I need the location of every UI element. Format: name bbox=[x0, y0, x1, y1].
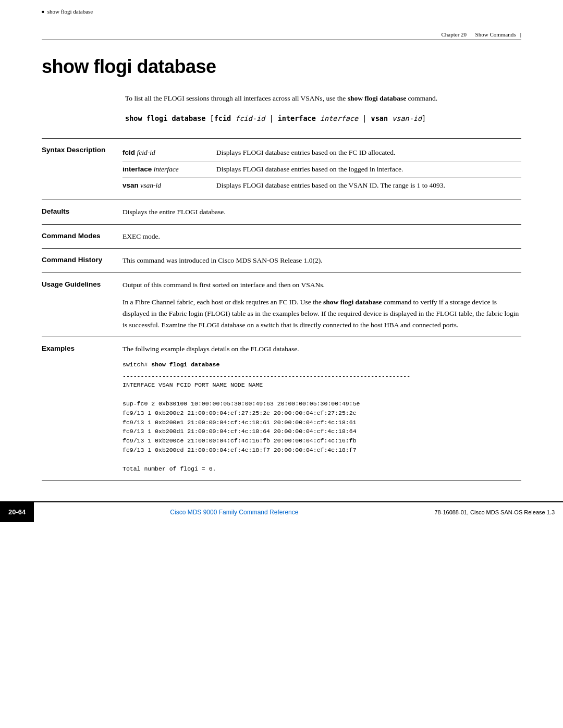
code-row-6: fc9/13 1 0xb200cd 21:00:00:04:cf:4c:18:f… bbox=[123, 446, 521, 455]
code-row-5: fc9/13 1 0xb200ce 21:00:00:04:cf:4c:16:f… bbox=[123, 436, 521, 446]
usage-guidelines-content: Output of this command is first sorted o… bbox=[123, 279, 521, 330]
command-history-section: Command History This command was introdu… bbox=[42, 248, 521, 273]
syntax-term-fcid: fcid fcid-id bbox=[123, 145, 206, 161]
usage-para2-pre: In a Fibre Channel fabric, each host or … bbox=[123, 298, 323, 306]
examples-content: The follwing example displays details on… bbox=[123, 343, 521, 473]
page: show flogi database Chapter 20 Show Comm… bbox=[0, 0, 563, 522]
syntax-desc-interface: Displays FLOGI database entries based on… bbox=[206, 161, 521, 177]
syntax-term-vsan-bold: vsan bbox=[123, 181, 139, 189]
syntax-term-fcid-italic: fcid-id bbox=[137, 149, 155, 156]
usage-guidelines-section: Usage Guidelines Output of this command … bbox=[42, 273, 521, 337]
syntax-description-content: fcid fcid-id Displays FLOGI database ent… bbox=[123, 145, 521, 193]
header-section-label: show flogi database bbox=[42, 8, 93, 15]
syntax-line: show flogi database [fcid fcid-id | inte… bbox=[125, 114, 521, 122]
code-command: switch# show flogi database bbox=[123, 360, 521, 369]
header-section-title: Show Commands bbox=[475, 31, 516, 38]
page-number: 20-64 bbox=[0, 502, 34, 522]
syntax-term-interface: interface interface bbox=[123, 161, 206, 177]
code-row-2: fc9/13 1 0xb200e2 21:00:00:04:cf:27:25:2… bbox=[123, 409, 521, 418]
code-blank-2 bbox=[123, 455, 521, 464]
syntax-description-label: Syntax Description bbox=[42, 145, 123, 193]
header-chapter-text: Chapter 20 bbox=[442, 31, 467, 38]
intro-text-pre: To list all the FLOGI sessions through a… bbox=[125, 94, 348, 102]
page-title: show flogi database bbox=[42, 56, 521, 78]
examples-label: Examples bbox=[42, 343, 123, 473]
syntax-table: fcid fcid-id Displays FLOGI database ent… bbox=[123, 145, 521, 193]
syntax-desc-vsan: Displays FLOGI database entries based on… bbox=[206, 177, 521, 193]
code-table-header: INTERFACE VSAN FCID PORT NAME NODE NAME bbox=[123, 380, 521, 390]
command-modes-label: Command Modes bbox=[42, 231, 123, 242]
syntax-fcid-bold: fcid bbox=[214, 114, 231, 122]
syntax-row-vsan: vsan vsan-id Displays FLOGI database ent… bbox=[123, 177, 521, 193]
footer-link: Cisco MDS 9000 Family Command Reference bbox=[34, 508, 434, 516]
code-bold-cmd: show flogi database bbox=[151, 361, 219, 368]
code-separator: ----------------------------------------… bbox=[123, 372, 521, 381]
syntax-interface-bold: interface bbox=[278, 114, 316, 122]
page-footer: 20-64 Cisco MDS 9000 Family Command Refe… bbox=[0, 501, 563, 522]
examples-intro: The follwing example displays details on… bbox=[123, 343, 521, 355]
usage-para2: In a Fibre Channel fabric, each host or … bbox=[123, 297, 521, 330]
command-modes-section: Command Modes EXEC mode. bbox=[42, 224, 521, 249]
intro-bold-cmd: show flogi database bbox=[348, 94, 407, 102]
code-row-1: sup-fc0 2 0xb30100 10:00:00:05:30:00:49:… bbox=[123, 399, 521, 409]
command-history-label: Command History bbox=[42, 255, 123, 266]
code-blank bbox=[123, 390, 521, 399]
syntax-term-vsan-italic: vsan-id bbox=[140, 181, 161, 189]
syntax-row-interface: interface interface Displays FLOGI datab… bbox=[123, 161, 521, 177]
syntax-cmd-bold: show flogi database bbox=[125, 114, 205, 122]
header-section-text: show flogi database bbox=[47, 8, 93, 15]
syntax-vsan-bold: vsan bbox=[371, 114, 388, 122]
syntax-term-interface-italic: interface bbox=[154, 165, 179, 173]
syntax-vsan-italic: vsan-id bbox=[392, 114, 422, 122]
syntax-desc-fcid: Displays FLOGI database entries based on… bbox=[206, 145, 521, 161]
command-modes-content: EXEC mode. bbox=[123, 231, 521, 242]
page-header: show flogi database Chapter 20 Show Comm… bbox=[42, 31, 521, 40]
intro-text-post: command. bbox=[406, 94, 437, 102]
defaults-content: Displays the entire FLOGI database. bbox=[123, 206, 521, 218]
code-row-3: fc9/13 1 0xb200e1 21:00:00:04:cf:4c:18:6… bbox=[123, 418, 521, 427]
footer-link-text[interactable]: Cisco MDS 9000 Family Command Reference bbox=[170, 509, 298, 516]
syntax-description-section: Syntax Description fcid fcid-id Displays… bbox=[42, 138, 521, 200]
syntax-term-fcid-bold: fcid bbox=[123, 149, 135, 156]
defaults-label: Defaults bbox=[42, 206, 123, 218]
header-chapter: Chapter 20 Show Commands | bbox=[442, 31, 521, 38]
examples-section: Examples The follwing example displays d… bbox=[42, 337, 521, 480]
syntax-term-vsan: vsan vsan-id bbox=[123, 177, 206, 193]
code-total: Total number of flogi = 6. bbox=[123, 464, 521, 474]
syntax-fcid-italic: fcid-id bbox=[235, 114, 265, 122]
syntax-term-interface-bold: interface bbox=[123, 165, 152, 173]
code-block: switch# show flogi database ------------… bbox=[123, 360, 521, 474]
defaults-section: Defaults Displays the entire FLOGI datab… bbox=[42, 200, 521, 224]
usage-para2-bold: show flogi database bbox=[323, 298, 382, 306]
code-row-4: fc9/13 1 0xb200d1 21:00:00:04:cf:4c:18:6… bbox=[123, 427, 521, 436]
command-history-content: This command was introduced in Cisco MDS… bbox=[123, 255, 521, 266]
footer-doc-ref: 78-16088-01, Cisco MDS SAN-OS Release 1.… bbox=[435, 509, 564, 515]
syntax-interface-italic: interface bbox=[320, 114, 358, 122]
intro-paragraph: To list all the FLOGI sessions through a… bbox=[125, 93, 521, 104]
usage-guidelines-label: Usage Guidelines bbox=[42, 279, 123, 330]
usage-para1: Output of this command is first sorted o… bbox=[123, 279, 521, 291]
syntax-row-fcid: fcid fcid-id Displays FLOGI database ent… bbox=[123, 145, 521, 161]
